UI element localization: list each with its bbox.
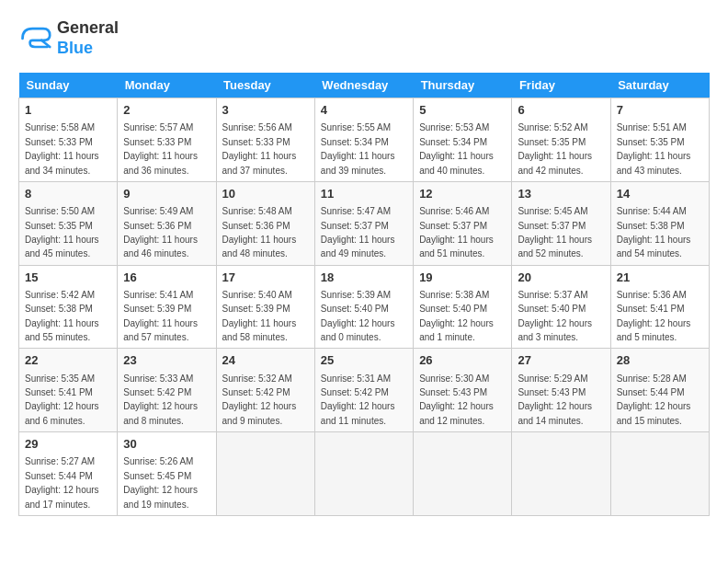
calendar-body: 1 Sunrise: 5:58 AM Sunset: 5:33 PM Dayli… <box>19 98 710 516</box>
day-info: Sunrise: 5:44 AM Sunset: 5:38 PM Dayligh… <box>617 206 691 259</box>
calendar-cell: 19 Sunrise: 5:38 AM Sunset: 5:40 PM Dayl… <box>414 265 512 349</box>
day-number: 30 <box>123 436 210 453</box>
calendar-cell: 15 Sunrise: 5:42 AM Sunset: 5:38 PM Dayl… <box>19 265 118 349</box>
day-number: 7 <box>617 102 703 119</box>
logo-icon <box>18 22 51 55</box>
day-number: 23 <box>123 352 210 369</box>
day-info: Sunrise: 5:32 AM Sunset: 5:42 PM Dayligh… <box>222 373 297 426</box>
calendar-week-row: 29 Sunrise: 5:27 AM Sunset: 5:44 PM Dayl… <box>19 432 710 516</box>
calendar-cell: 24 Sunrise: 5:32 AM Sunset: 5:42 PM Dayl… <box>216 349 314 432</box>
day-info: Sunrise: 5:40 AM Sunset: 5:39 PM Dayligh… <box>222 290 297 342</box>
logo-text: General Blue <box>57 18 119 58</box>
day-number: 1 <box>25 102 111 119</box>
calendar-cell <box>216 432 314 516</box>
calendar-cell: 3 Sunrise: 5:56 AM Sunset: 5:33 PM Dayli… <box>216 98 314 182</box>
day-info: Sunrise: 5:56 AM Sunset: 5:33 PM Dayligh… <box>222 122 297 175</box>
calendar-week-row: 1 Sunrise: 5:58 AM Sunset: 5:33 PM Dayli… <box>19 98 710 182</box>
calendar-cell: 30 Sunrise: 5:26 AM Sunset: 5:45 PM Dayl… <box>118 432 216 516</box>
day-info: Sunrise: 5:47 AM Sunset: 5:37 PM Dayligh… <box>321 206 395 259</box>
calendar-cell: 29 Sunrise: 5:27 AM Sunset: 5:44 PM Dayl… <box>19 432 118 516</box>
day-info: Sunrise: 5:49 AM Sunset: 5:36 PM Dayligh… <box>123 206 198 259</box>
day-info: Sunrise: 5:52 AM Sunset: 5:35 PM Dayligh… <box>518 122 592 175</box>
calendar-cell: 14 Sunrise: 5:44 AM Sunset: 5:38 PM Dayl… <box>610 181 709 265</box>
calendar-cell: 8 Sunrise: 5:50 AM Sunset: 5:35 PM Dayli… <box>19 181 118 265</box>
day-info: Sunrise: 5:55 AM Sunset: 5:34 PM Dayligh… <box>321 122 395 175</box>
page-header: General Blue <box>18 18 710 58</box>
day-number: 21 <box>617 270 703 286</box>
day-info: Sunrise: 5:27 AM Sunset: 5:44 PM Dayligh… <box>25 456 99 509</box>
calendar-cell: 12 Sunrise: 5:46 AM Sunset: 5:37 PM Dayl… <box>414 181 512 265</box>
day-number: 14 <box>617 186 703 202</box>
day-info: Sunrise: 5:26 AM Sunset: 5:45 PM Dayligh… <box>123 456 198 509</box>
calendar-cell: 28 Sunrise: 5:28 AM Sunset: 5:44 PM Dayl… <box>610 349 709 432</box>
day-info: Sunrise: 5:38 AM Sunset: 5:40 PM Dayligh… <box>419 290 494 342</box>
day-number: 19 <box>419 270 506 286</box>
day-info: Sunrise: 5:36 AM Sunset: 5:41 PM Dayligh… <box>617 290 691 342</box>
day-number: 27 <box>518 352 604 369</box>
weekday-header: Thursday <box>414 73 512 98</box>
day-info: Sunrise: 5:30 AM Sunset: 5:43 PM Dayligh… <box>419 373 494 426</box>
calendar-cell <box>512 432 610 516</box>
day-number: 25 <box>321 352 407 369</box>
calendar-cell: 23 Sunrise: 5:33 AM Sunset: 5:42 PM Dayl… <box>118 349 216 432</box>
day-number: 2 <box>123 102 210 119</box>
calendar-cell: 18 Sunrise: 5:39 AM Sunset: 5:40 PM Dayl… <box>314 265 413 349</box>
calendar-week-row: 8 Sunrise: 5:50 AM Sunset: 5:35 PM Dayli… <box>19 181 710 265</box>
weekday-header: Friday <box>512 73 610 98</box>
calendar-cell: 9 Sunrise: 5:49 AM Sunset: 5:36 PM Dayli… <box>118 181 216 265</box>
logo: General Blue <box>18 18 119 58</box>
day-number: 8 <box>25 186 111 202</box>
day-number: 10 <box>222 186 309 202</box>
day-number: 4 <box>321 102 407 119</box>
day-number: 13 <box>518 186 604 202</box>
calendar-table: SundayMondayTuesdayWednesdayThursdayFrid… <box>18 73 710 516</box>
day-number: 5 <box>419 102 506 119</box>
weekday-header: Monday <box>118 73 216 98</box>
day-info: Sunrise: 5:37 AM Sunset: 5:40 PM Dayligh… <box>518 290 592 342</box>
weekday-header: Sunday <box>19 73 118 98</box>
weekday-header: Tuesday <box>216 73 314 98</box>
weekday-header: Wednesday <box>314 73 413 98</box>
day-info: Sunrise: 5:39 AM Sunset: 5:40 PM Dayligh… <box>321 290 395 342</box>
day-number: 11 <box>321 186 407 202</box>
day-info: Sunrise: 5:42 AM Sunset: 5:38 PM Dayligh… <box>25 290 99 342</box>
day-info: Sunrise: 5:48 AM Sunset: 5:36 PM Dayligh… <box>222 206 297 259</box>
calendar-cell <box>414 432 512 516</box>
calendar-week-row: 22 Sunrise: 5:35 AM Sunset: 5:41 PM Dayl… <box>19 349 710 432</box>
day-number: 28 <box>617 352 703 369</box>
calendar-cell: 13 Sunrise: 5:45 AM Sunset: 5:37 PM Dayl… <box>512 181 610 265</box>
day-number: 3 <box>222 102 309 119</box>
day-number: 15 <box>25 270 111 286</box>
calendar-cell: 21 Sunrise: 5:36 AM Sunset: 5:41 PM Dayl… <box>610 265 709 349</box>
day-number: 18 <box>321 270 407 286</box>
day-info: Sunrise: 5:28 AM Sunset: 5:44 PM Dayligh… <box>617 373 691 426</box>
day-number: 22 <box>25 352 111 369</box>
day-info: Sunrise: 5:35 AM Sunset: 5:41 PM Dayligh… <box>25 373 99 426</box>
day-info: Sunrise: 5:51 AM Sunset: 5:35 PM Dayligh… <box>617 122 691 175</box>
calendar-cell: 10 Sunrise: 5:48 AM Sunset: 5:36 PM Dayl… <box>216 181 314 265</box>
calendar-cell: 22 Sunrise: 5:35 AM Sunset: 5:41 PM Dayl… <box>19 349 118 432</box>
calendar-cell: 4 Sunrise: 5:55 AM Sunset: 5:34 PM Dayli… <box>314 98 413 182</box>
day-number: 17 <box>222 270 309 286</box>
calendar-cell: 7 Sunrise: 5:51 AM Sunset: 5:35 PM Dayli… <box>610 98 709 182</box>
calendar-cell: 26 Sunrise: 5:30 AM Sunset: 5:43 PM Dayl… <box>414 349 512 432</box>
day-info: Sunrise: 5:46 AM Sunset: 5:37 PM Dayligh… <box>419 206 494 259</box>
calendar-cell: 11 Sunrise: 5:47 AM Sunset: 5:37 PM Dayl… <box>314 181 413 265</box>
day-number: 20 <box>518 270 604 286</box>
calendar-cell <box>610 432 709 516</box>
day-number: 24 <box>222 352 309 369</box>
calendar-header-row: SundayMondayTuesdayWednesdayThursdayFrid… <box>19 73 710 98</box>
day-info: Sunrise: 5:41 AM Sunset: 5:39 PM Dayligh… <box>123 290 198 342</box>
day-info: Sunrise: 5:45 AM Sunset: 5:37 PM Dayligh… <box>518 206 592 259</box>
weekday-header: Saturday <box>610 73 709 98</box>
day-info: Sunrise: 5:50 AM Sunset: 5:35 PM Dayligh… <box>25 206 99 259</box>
day-info: Sunrise: 5:29 AM Sunset: 5:43 PM Dayligh… <box>518 373 592 426</box>
day-number: 29 <box>25 436 111 453</box>
calendar-cell: 17 Sunrise: 5:40 AM Sunset: 5:39 PM Dayl… <box>216 265 314 349</box>
calendar-cell: 2 Sunrise: 5:57 AM Sunset: 5:33 PM Dayli… <box>118 98 216 182</box>
day-info: Sunrise: 5:57 AM Sunset: 5:33 PM Dayligh… <box>123 122 198 175</box>
calendar-cell: 27 Sunrise: 5:29 AM Sunset: 5:43 PM Dayl… <box>512 349 610 432</box>
calendar-cell: 25 Sunrise: 5:31 AM Sunset: 5:42 PM Dayl… <box>314 349 413 432</box>
calendar-cell: 20 Sunrise: 5:37 AM Sunset: 5:40 PM Dayl… <box>512 265 610 349</box>
day-info: Sunrise: 5:53 AM Sunset: 5:34 PM Dayligh… <box>419 122 494 175</box>
